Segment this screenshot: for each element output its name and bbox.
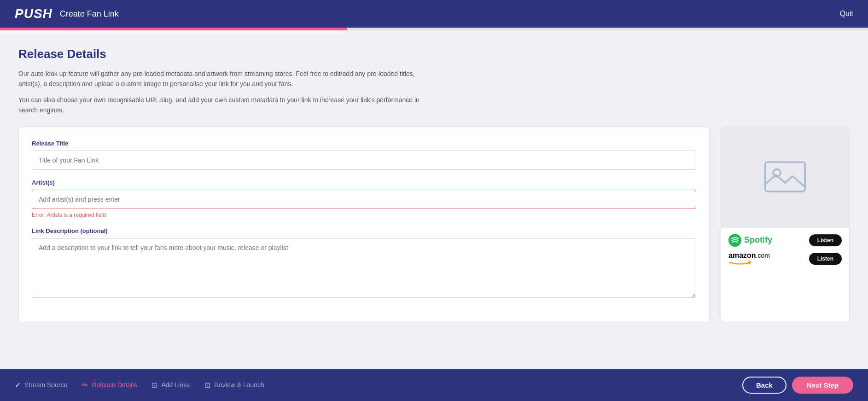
release-details-label: Release Details bbox=[92, 381, 137, 389]
add-links-label: Add Links bbox=[161, 381, 189, 389]
amazon-listen-button[interactable]: Listen bbox=[809, 253, 842, 265]
preview-image-area bbox=[721, 127, 849, 228]
review-launch-icon: ⊡ bbox=[204, 381, 210, 389]
release-title-input[interactable] bbox=[32, 151, 696, 170]
footer-actions: Back Next Step bbox=[742, 377, 853, 394]
back-button[interactable]: Back bbox=[742, 377, 786, 394]
amazon-row: amazon.com Listen bbox=[728, 251, 842, 266]
preview-panel: Spotify Listen amazon.com bbox=[721, 127, 850, 322]
add-links-icon: ⊡ bbox=[151, 381, 157, 389]
spotify-logo: Spotify bbox=[728, 234, 772, 247]
stream-source-icon: ✔ bbox=[15, 381, 21, 389]
form-panel: Release Title Artist(s) Error: Artists i… bbox=[18, 127, 710, 322]
step-stream-source[interactable]: ✔ Stream Source bbox=[15, 381, 67, 389]
release-details-icon: ✏ bbox=[82, 381, 88, 389]
header: PUSH Create Fan Link Quit bbox=[0, 0, 868, 28]
content-grid: Release Title Artist(s) Error: Artists i… bbox=[18, 127, 850, 322]
description-label: Link Description (optional) bbox=[32, 227, 696, 234]
header-left: PUSH Create Fan Link bbox=[15, 6, 119, 21]
description-group: Link Description (optional) bbox=[32, 227, 696, 300]
amazon-logo: amazon.com bbox=[728, 251, 770, 266]
artists-input[interactable] bbox=[32, 190, 696, 209]
amazon-text: amazon.com bbox=[728, 251, 770, 260]
spotify-row: Spotify Listen bbox=[728, 234, 842, 247]
spotify-label: Spotify bbox=[744, 235, 772, 245]
footer-steps: ✔ Stream Source ✏ Release Details ⊡ Add … bbox=[15, 381, 264, 389]
artists-label: Artist(s) bbox=[32, 179, 696, 186]
preview-streaming: Spotify Listen amazon.com bbox=[721, 228, 849, 272]
amazon-arrow bbox=[728, 260, 770, 266]
svg-rect-0 bbox=[765, 162, 805, 192]
step-review-launch[interactable]: ⊡ Review & Launch bbox=[204, 381, 264, 389]
quit-button[interactable]: Quit bbox=[840, 10, 853, 18]
stream-source-label: Stream Source bbox=[24, 381, 67, 389]
step-add-links[interactable]: ⊡ Add Links bbox=[151, 381, 189, 389]
footer: ✔ Stream Source ✏ Release Details ⊡ Add … bbox=[0, 369, 868, 401]
svg-point-2 bbox=[728, 234, 741, 247]
description-2: You can also choose your own recognisabl… bbox=[18, 95, 433, 116]
artists-group: Artist(s) Error: Artists is a required f… bbox=[32, 179, 696, 218]
spotify-listen-button[interactable]: Listen bbox=[809, 234, 842, 246]
release-title-group: Release Title bbox=[32, 140, 696, 170]
header-title: Create Fan Link bbox=[60, 9, 119, 19]
main-content: Release Details Our auto-look up feature… bbox=[0, 30, 868, 369]
description-textarea[interactable] bbox=[32, 238, 696, 298]
push-logo: PUSH bbox=[15, 6, 52, 21]
artists-error: Error: Artists is a required field bbox=[32, 212, 696, 218]
page-title: Release Details bbox=[18, 47, 850, 61]
review-launch-label: Review & Launch bbox=[214, 381, 264, 389]
step-release-details[interactable]: ✏ Release Details bbox=[82, 381, 137, 389]
image-placeholder-icon bbox=[764, 161, 806, 195]
description-1: Our auto-look up feature will gather any… bbox=[18, 69, 433, 89]
next-step-button[interactable]: Next Step bbox=[792, 377, 853, 394]
release-title-label: Release Title bbox=[32, 140, 696, 147]
